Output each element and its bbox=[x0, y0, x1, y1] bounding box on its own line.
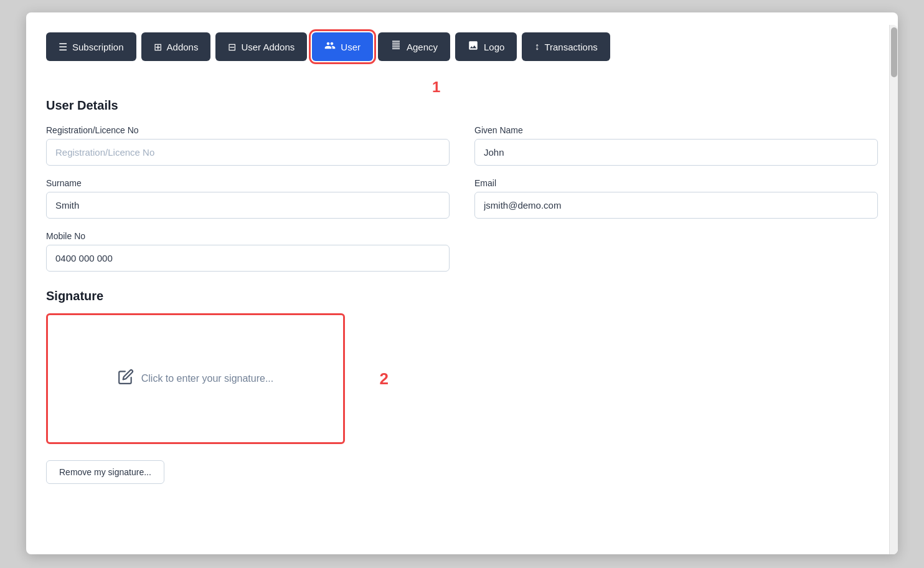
form-group-email: Email bbox=[474, 178, 878, 219]
tab-addons[interactable]: ⊞ Addons bbox=[141, 32, 211, 61]
registration-label: Registration/Licence No bbox=[46, 125, 450, 135]
user-icon bbox=[324, 40, 336, 54]
tab-navigation: ☰ Subscription ⊞ Addons ⊟ User Addons Us… bbox=[46, 32, 878, 61]
tab-logo[interactable]: Logo bbox=[455, 32, 517, 61]
agency-icon bbox=[390, 40, 402, 54]
registration-input[interactable] bbox=[46, 139, 450, 166]
scrollbar-thumb bbox=[891, 27, 897, 77]
scrollbar[interactable] bbox=[889, 25, 898, 554]
tab-user-addons[interactable]: ⊟ User Addons bbox=[215, 32, 307, 61]
form-group-mobile: Mobile No bbox=[46, 231, 450, 272]
signature-placeholder: Click to enter your signature... bbox=[141, 373, 274, 384]
remove-signature-button[interactable]: Remove my signature... bbox=[46, 460, 164, 484]
tab-subscription[interactable]: ☰ Subscription bbox=[46, 32, 136, 61]
given-name-input[interactable] bbox=[474, 139, 878, 166]
pencil-icon bbox=[118, 369, 134, 389]
surname-label: Surname bbox=[46, 178, 450, 188]
signature-section: Signature Click to enter your signature.… bbox=[46, 289, 878, 484]
signature-box[interactable]: Click to enter your signature... bbox=[46, 313, 345, 444]
surname-input[interactable] bbox=[46, 192, 450, 219]
tab-agency[interactable]: Agency bbox=[378, 32, 450, 61]
given-name-label: Given Name bbox=[474, 125, 878, 135]
form-row-1: Registration/Licence No Given Name bbox=[46, 125, 878, 166]
logo-icon bbox=[468, 40, 479, 54]
signature-title: Signature bbox=[46, 289, 878, 303]
subscription-icon: ☰ bbox=[59, 41, 67, 53]
tab-transactions[interactable]: ↕ Transactions bbox=[522, 32, 610, 61]
email-label: Email bbox=[474, 178, 878, 188]
form-group-given-name: Given Name bbox=[474, 125, 878, 166]
tab-user[interactable]: User bbox=[312, 32, 373, 61]
form-group-surname: Surname bbox=[46, 178, 450, 219]
section-title: User Details bbox=[46, 98, 878, 113]
step-1-indicator: 1 bbox=[432, 78, 440, 96]
mobile-input[interactable] bbox=[46, 245, 450, 272]
form-group-registration: Registration/Licence No bbox=[46, 125, 450, 166]
form-row-3: Mobile No bbox=[46, 231, 878, 272]
form-row-2: Surname Email bbox=[46, 178, 878, 219]
addons-icon: ⊞ bbox=[154, 41, 162, 53]
transactions-icon: ↕ bbox=[534, 41, 539, 52]
mobile-label: Mobile No bbox=[46, 231, 450, 241]
email-input[interactable] bbox=[474, 192, 878, 219]
user-addons-icon: ⊟ bbox=[228, 41, 236, 53]
step-2-indicator: 2 bbox=[380, 369, 389, 389]
